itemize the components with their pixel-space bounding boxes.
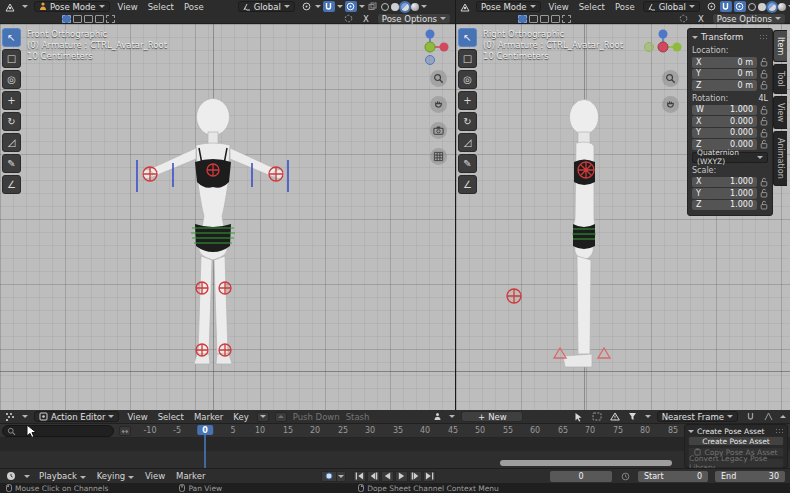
lock-icon[interactable]	[759, 188, 768, 198]
collapse-header-icon[interactable]	[780, 415, 786, 418]
create-pose-asset-button[interactable]: Create Pose Asset	[688, 436, 784, 446]
rotation-mode-badge[interactable]: 4L	[758, 94, 768, 103]
browse-action-icon[interactable]	[431, 411, 443, 422]
use-preview-range-icon[interactable]	[619, 471, 631, 482]
menu-view[interactable]: View	[547, 2, 571, 12]
editor-type-chevron-icon[interactable]	[22, 5, 28, 8]
menu-select[interactable]: Select	[577, 2, 607, 12]
move-view-icon[interactable]	[430, 96, 447, 113]
shading-material-icon[interactable]	[768, 3, 776, 11]
pose-options-dropdown[interactable]: Pose Options	[377, 13, 451, 24]
rotate-tool-button[interactable]: ↻	[2, 112, 21, 131]
playhead[interactable]	[204, 434, 206, 468]
orthographic-toggle-icon[interactable]	[430, 148, 447, 165]
only-selected-icon[interactable]	[573, 411, 585, 422]
cursor-tool-button[interactable]: ◎	[458, 70, 477, 89]
convert-legacy-pose-library-button[interactable]: Convert Legacy Pose Library	[688, 458, 784, 468]
lock-icon[interactable]	[759, 105, 768, 115]
timeline-editor-icon[interactable]	[5, 471, 17, 482]
menu-view[interactable]: View	[125, 412, 149, 422]
expand-channels-button[interactable]: ↔	[119, 426, 131, 436]
push-down-button[interactable]: Push Down	[293, 412, 340, 422]
select-mode-circle-icon[interactable]	[84, 15, 93, 23]
snapping-dropdown[interactable]: Nearest Frame	[657, 411, 738, 422]
select-box-tool-button[interactable]: □	[458, 49, 477, 68]
location-y-field[interactable]: Y0 m	[692, 69, 757, 80]
mirror-x-toggle[interactable]: X	[696, 14, 706, 24]
show-errors-icon[interactable]	[609, 411, 621, 422]
mode-selector[interactable]: Pose Mode	[34, 1, 110, 12]
lock-icon[interactable]	[759, 69, 768, 79]
filter-icon[interactable]	[627, 411, 639, 422]
panel-grip-icon[interactable]	[775, 428, 784, 435]
lock-icon[interactable]	[759, 128, 768, 138]
jump-to-end-button[interactable]	[423, 471, 436, 482]
rotation-w-field[interactable]: W1.000	[692, 105, 757, 116]
camera-view-icon[interactable]	[430, 122, 447, 139]
panel-collapse-icon[interactable]	[692, 36, 698, 39]
tab-animation[interactable]: Animation	[773, 131, 787, 186]
viewport-canvas-right[interactable]: Right Orthographic (0) Armature : CTRL_A…	[456, 24, 790, 410]
menu-select[interactable]: Select	[146, 2, 176, 12]
menu-select[interactable]: Select	[156, 412, 186, 422]
tweak-tool-button[interactable]: ↖	[458, 28, 477, 47]
navigation-gizmo[interactable]	[644, 28, 682, 68]
auto-keying-record-button[interactable]	[321, 471, 337, 482]
next-keyframe-button[interactable]	[409, 471, 422, 482]
select-mode-lasso-icon[interactable]	[95, 15, 104, 23]
dope-sheet-mode-selector[interactable]: Action Editor	[34, 411, 119, 422]
shading-rendered-icon[interactable]	[411, 3, 419, 11]
tab-view[interactable]: View	[773, 96, 787, 129]
lock-icon[interactable]	[759, 57, 768, 67]
shading-solid-icon[interactable]	[391, 3, 399, 11]
frame-end-field[interactable]: End 30	[715, 471, 785, 482]
scale-tool-button[interactable]: ◿	[2, 133, 21, 152]
keying-menu[interactable]: Keying	[95, 471, 136, 481]
dope-sheet-editor-icon[interactable]	[4, 411, 16, 422]
frame-start-field[interactable]: Start 0	[638, 471, 708, 482]
select-mode-extend-icon[interactable]	[106, 15, 115, 23]
annotate-tool-button[interactable]: ✎	[458, 154, 477, 173]
tab-item[interactable]: Item	[773, 30, 787, 62]
select-mode-tweak-icon[interactable]	[518, 15, 527, 23]
lock-icon[interactable]	[759, 139, 768, 149]
current-frame-field[interactable]: 0	[550, 471, 612, 482]
annotate-tool-button[interactable]: ✎	[2, 154, 21, 173]
scale-y-field[interactable]: Y1.000	[692, 188, 757, 199]
auto-keying-dropdown[interactable]	[337, 471, 346, 482]
shading-rendered-icon[interactable]	[778, 3, 786, 11]
action-down-button[interactable]	[257, 412, 269, 422]
select-mode-circle-icon[interactable]	[540, 15, 549, 23]
xray-toggle-icon[interactable]	[367, 1, 379, 12]
editor-type-icon[interactable]	[460, 1, 470, 12]
falloff-icon[interactable]	[343, 13, 355, 24]
editor-type-chevron-icon[interactable]	[22, 415, 28, 418]
move-view-icon[interactable]	[662, 96, 679, 113]
mode-selector[interactable]: Pose Mode	[476, 1, 541, 12]
shading-solid-icon[interactable]	[758, 3, 766, 11]
viewport-canvas-front[interactable]: Front Orthographic (0) Armature : CTRL_A…	[0, 24, 455, 410]
measure-tool-button[interactable]: ∠	[2, 175, 21, 194]
shading-wireframe-icon[interactable]	[381, 3, 389, 11]
play-reverse-button[interactable]	[381, 471, 394, 482]
pose-options-dropdown[interactable]: Pose Options	[712, 13, 786, 24]
panel-grip-icon[interactable]	[759, 34, 768, 41]
pivot-point-icon[interactable]	[706, 1, 718, 12]
transform-orientation-selector[interactable]: Global	[643, 1, 700, 12]
editor-type-chevron-icon[interactable]	[24, 475, 30, 478]
pivot-point-icon[interactable]	[301, 1, 313, 12]
channel-search-input[interactable]	[2, 425, 114, 437]
select-mode-extend-icon[interactable]	[562, 15, 571, 23]
previous-keyframe-button[interactable]	[367, 471, 380, 482]
menu-pose[interactable]: Pose	[613, 2, 637, 12]
zoom-view-icon[interactable]	[662, 70, 679, 87]
action-up-button[interactable]	[275, 412, 287, 422]
lock-icon[interactable]	[759, 80, 768, 90]
cursor-tool-button[interactable]: ◎	[2, 70, 21, 89]
move-tool-button[interactable]: +	[458, 91, 477, 110]
navigation-gizmo[interactable]	[411, 28, 449, 68]
tweak-tool-button[interactable]: ↖	[2, 28, 21, 47]
zoom-view-icon[interactable]	[430, 70, 447, 87]
rotation-mode-dropdown[interactable]: Quaternion (WXYZ)	[692, 152, 768, 163]
tab-tool[interactable]: Tool	[773, 64, 787, 94]
